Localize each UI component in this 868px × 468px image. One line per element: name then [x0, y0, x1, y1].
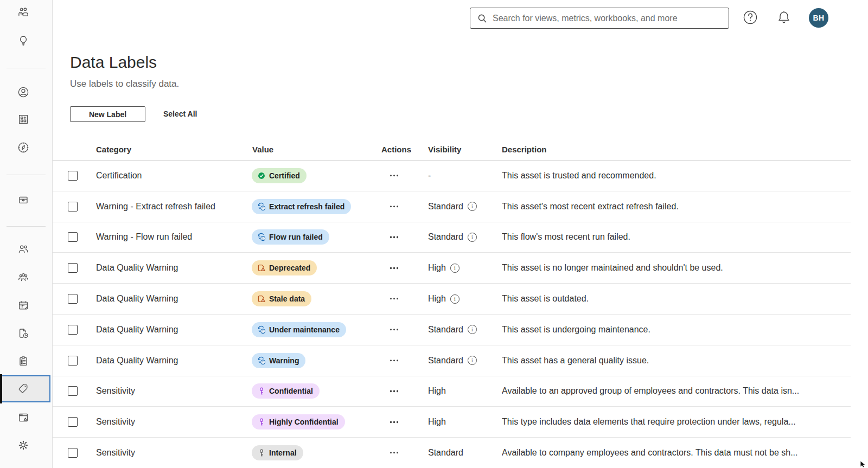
- category-cell: Warning - Extract refresh failed: [96, 202, 215, 211]
- user-circle-icon[interactable]: [17, 86, 30, 99]
- key-icon: [257, 387, 266, 395]
- page-subtitle: Use labels to classify data.: [70, 79, 179, 89]
- row-checkbox[interactable]: [68, 386, 78, 396]
- refresh-warning-icon: [257, 233, 266, 241]
- search-icon: [477, 14, 487, 23]
- share-users-icon[interactable]: [17, 7, 30, 20]
- description-cell: This asset's most recent extract refresh…: [502, 202, 852, 211]
- info-icon[interactable]: i: [468, 202, 477, 211]
- value-badge: Highly Confidential: [252, 414, 345, 429]
- actions-menu-button[interactable]: [388, 234, 400, 240]
- gear-icon[interactable]: [17, 439, 30, 452]
- clipboard-list-icon[interactable]: [17, 355, 30, 368]
- key-icon: [257, 448, 266, 457]
- actions-menu-button[interactable]: [388, 357, 400, 363]
- value-badge: Deprecated: [252, 260, 317, 275]
- archive-box-icon[interactable]: [17, 193, 30, 206]
- refresh-warning-icon: [257, 202, 266, 211]
- column-header-visibility: Visibility: [428, 145, 461, 154]
- value-badge: Warning: [252, 353, 305, 368]
- visibility-cell: High i: [428, 294, 459, 304]
- tag-icon: [17, 382, 30, 395]
- category-cell: Data Quality Warning: [96, 263, 178, 273]
- actions-menu-button[interactable]: [388, 265, 400, 271]
- actions-menu-button[interactable]: [388, 203, 400, 209]
- table-row: Sensitivity Internal Standard i Availabl…: [53, 438, 851, 468]
- row-checkbox[interactable]: [68, 202, 78, 211]
- new-label-button[interactable]: New Label: [70, 106, 145, 122]
- doc-warning-icon: [257, 294, 266, 303]
- row-checkbox[interactable]: [68, 448, 78, 458]
- actions-menu-button[interactable]: [388, 172, 400, 178]
- grid-plus-icon[interactable]: [17, 113, 30, 126]
- groups-icon[interactable]: [17, 271, 30, 284]
- value-badge: Stale data: [252, 291, 311, 306]
- user-avatar[interactable]: BH: [809, 8, 828, 28]
- info-icon[interactable]: i: [450, 264, 459, 273]
- certified-seal-icon: [257, 171, 266, 180]
- table-row: Data Quality Warning Deprecated High i T…: [53, 253, 851, 284]
- visibility-cell: Standard i: [428, 325, 477, 335]
- visibility-cell: Standard i: [428, 232, 477, 242]
- help-icon[interactable]: [743, 10, 758, 25]
- window-status-icon[interactable]: [17, 411, 30, 424]
- sidebar-item-data-labels-selected[interactable]: [0, 375, 50, 402]
- description-cell: This asset has a general quality issue.: [502, 356, 852, 366]
- value-badge: Certified: [252, 168, 307, 183]
- info-icon[interactable]: i: [468, 325, 477, 334]
- actions-menu-button[interactable]: [388, 388, 400, 394]
- visibility-cell: Standard i: [428, 202, 477, 211]
- row-checkbox[interactable]: [68, 263, 78, 273]
- users-icon[interactable]: [17, 243, 30, 256]
- value-badge: Extract refresh failed: [252, 199, 351, 214]
- table-row: Sensitivity Highly Confidential High i T…: [53, 407, 851, 438]
- row-checkbox[interactable]: [68, 356, 78, 366]
- visibility-cell: Standard i: [428, 356, 477, 366]
- visibility-cell: High i: [428, 417, 446, 427]
- column-header-description: Description: [502, 145, 547, 154]
- page-title: Data Labels: [70, 53, 157, 72]
- select-all-button[interactable]: Select All: [163, 110, 197, 118]
- row-checkbox[interactable]: [68, 325, 78, 335]
- global-search: [470, 8, 729, 29]
- row-checkbox[interactable]: [68, 294, 78, 304]
- file-clock-icon[interactable]: [17, 327, 30, 340]
- table-row: Certification Certified - i This asset i…: [53, 161, 851, 191]
- category-cell: Data Quality Warning: [96, 294, 178, 304]
- column-header-value: Value: [252, 145, 273, 154]
- value-badge: Flow run failed: [252, 229, 329, 245]
- info-icon[interactable]: i: [468, 233, 477, 242]
- notifications-bell-icon[interactable]: [776, 10, 792, 25]
- search-input[interactable]: [493, 14, 729, 23]
- description-cell: Available to company employees and contr…: [502, 448, 852, 458]
- sidebar-divider: [7, 226, 46, 227]
- data-labels-table: Certification Certified - i This asset i…: [53, 160, 851, 468]
- description-cell: This asset is outdated.: [502, 294, 852, 304]
- actions-menu-button[interactable]: [388, 450, 400, 456]
- visibility-cell: High i: [428, 263, 459, 273]
- lightbulb-icon[interactable]: [17, 34, 30, 47]
- row-checkbox[interactable]: [68, 171, 78, 181]
- refresh-warning-icon: [257, 356, 266, 365]
- value-badge: Confidential: [252, 383, 320, 399]
- app-window: BH Data Labels Use labels to classify da…: [0, 0, 868, 468]
- table-row: Data Quality Warning Stale data High i T…: [53, 284, 851, 315]
- compass-icon[interactable]: [17, 141, 30, 154]
- category-cell: Certification: [96, 171, 142, 181]
- value-badge: Under maintenance: [252, 322, 346, 337]
- calendar-icon[interactable]: [17, 299, 30, 312]
- actions-menu-button[interactable]: [388, 296, 400, 302]
- table-row: Data Quality Warning Under maintenance S…: [53, 315, 851, 345]
- description-cell: Available to an approved group of employ…: [502, 386, 852, 396]
- info-icon[interactable]: i: [450, 294, 459, 304]
- row-checkbox[interactable]: [68, 232, 78, 242]
- actions-menu-button[interactable]: [388, 326, 400, 332]
- actions-menu-button[interactable]: [388, 419, 400, 425]
- row-checkbox[interactable]: [68, 417, 78, 427]
- category-cell: Warning - Flow run failed: [96, 232, 192, 242]
- category-cell: Sensitivity: [96, 417, 135, 427]
- info-icon[interactable]: i: [468, 356, 477, 365]
- mouse-cursor: [860, 460, 867, 468]
- table-row: Warning - Flow run failed Flow run faile…: [53, 222, 851, 253]
- category-cell: Data Quality Warning: [96, 325, 178, 335]
